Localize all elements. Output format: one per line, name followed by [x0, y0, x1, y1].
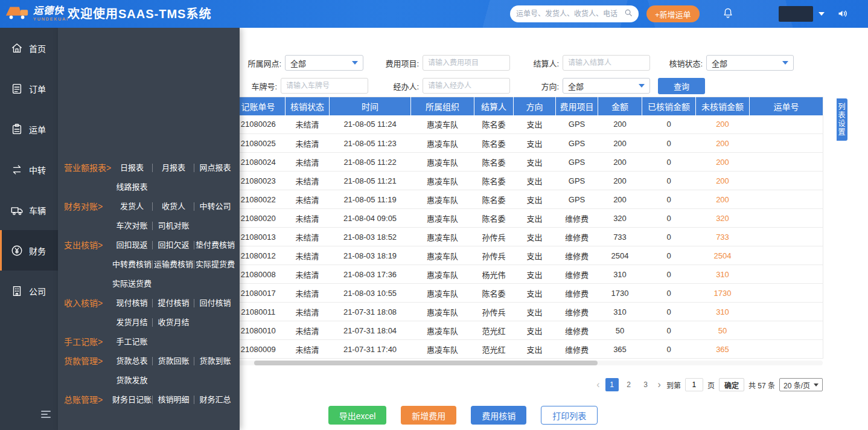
- sidebar-item-transfer[interactable]: 中转: [0, 149, 58, 190]
- submenu-item[interactable]: 月报表: [153, 158, 194, 178]
- goto-confirm-button[interactable]: 确定: [719, 378, 744, 391]
- table-row[interactable]: 21080012未结清21-08-03 18:19惠凌车队孙传兵支出维修费250…: [231, 246, 823, 265]
- submenu-group-label[interactable]: 财务对账>: [58, 197, 111, 236]
- scrollbar-thumb[interactable]: [254, 361, 598, 365]
- submenu-item[interactable]: 车次对账: [111, 216, 153, 236]
- writeoff-status-select[interactable]: 全部: [706, 55, 794, 71]
- submenu-item[interactable]: 回扣现返: [111, 236, 153, 255]
- site-select[interactable]: 全部: [285, 55, 363, 71]
- page-number-button[interactable]: 2: [622, 378, 636, 391]
- submenu-group-label[interactable]: 支出核销>: [58, 236, 111, 294]
- table-cell: 未结清: [286, 284, 330, 303]
- submenu-item[interactable]: 中转公司: [194, 197, 236, 216]
- table-cell: [750, 190, 823, 209]
- topbar-dark-panel[interactable]: [779, 6, 813, 22]
- list-settings-tab[interactable]: 列表设置: [837, 98, 847, 141]
- submenu-item[interactable]: 实际提货费: [194, 255, 236, 274]
- submenu-item[interactable]: 运输费核销: [153, 255, 194, 274]
- settler-input[interactable]: [563, 55, 650, 71]
- submenu-group-label[interactable]: 收入核销>: [58, 294, 111, 332]
- submenu-item[interactable]: 网点报表: [194, 158, 236, 178]
- table-cell: 21-08-03 10:55: [330, 284, 411, 303]
- table-row[interactable]: 21080011未结清21-07-31 18:08惠凌车队孙传兵支出维修费310…: [231, 303, 823, 321]
- submenu-item[interactable]: 货款到账: [194, 351, 236, 371]
- topbar-dropdown[interactable]: [779, 6, 825, 22]
- page-number-button[interactable]: 3: [639, 378, 653, 391]
- speaker-icon[interactable]: [837, 7, 849, 22]
- table-row[interactable]: 21080022未结清21-08-05 11:19惠凌车队陈名委支出GPS200…: [231, 190, 823, 209]
- sidebar-item-label: 财务: [29, 245, 46, 257]
- table-cell: 支出: [514, 265, 556, 284]
- submenu-item[interactable]: 垫付费核销: [194, 236, 236, 255]
- table-row[interactable]: 21080024未结清21-08-05 11:22惠凌车队陈名委支出GPS200…: [231, 153, 823, 172]
- table-row[interactable]: 21080008未结清21-08-03 17:36惠凌车队杨光伟支出维修费310…: [231, 265, 823, 284]
- export-excel-button[interactable]: 导出excel: [328, 406, 387, 425]
- direction-select[interactable]: 全部: [563, 78, 650, 94]
- submenu-group-label[interactable]: 手工记账>: [58, 332, 111, 351]
- table-header-row: 记账单号核销状态时间所属组织结算人方向费用项目金额已核销金额未核销金额运单号: [231, 97, 823, 115]
- submenu-item[interactable]: 日报表: [111, 158, 153, 178]
- table-cell: 21-08-05 11:21: [330, 172, 411, 190]
- submenu-item[interactable]: 司机对账: [153, 216, 194, 236]
- search-input[interactable]: [516, 10, 624, 18]
- submenu-item[interactable]: 中转费核销: [111, 255, 153, 274]
- table-cell: 733: [696, 228, 750, 246]
- next-page-icon[interactable]: ›: [657, 378, 662, 391]
- agent-input[interactable]: [423, 78, 510, 94]
- fee-item-input[interactable]: [423, 55, 510, 71]
- submenu-item[interactable]: 货款发放: [111, 371, 153, 390]
- table-row[interactable]: 21080010未结清21-07-31 18:04惠凌车队范光红支出维修费500…: [231, 321, 823, 340]
- submenu-item[interactable]: 收货人: [153, 197, 194, 216]
- submenu-item[interactable]: 实际送货费: [111, 274, 153, 294]
- table-row[interactable]: 21080013未结清21-08-03 18:52惠凌车队孙传兵支出维修费733…: [231, 228, 823, 246]
- table-row[interactable]: 21080025未结清21-08-05 11:23惠凌车队陈名委支出GPS200…: [231, 134, 823, 153]
- submenu-item[interactable]: 提付核销: [153, 294, 194, 313]
- table-cell: [750, 115, 823, 134]
- table-row[interactable]: 21080020未结清21-08-04 09:05惠凌车队陈名委支出维修费320…: [231, 209, 823, 228]
- table-row[interactable]: 21080017未结清21-08-03 10:55惠凌车队陈名委支出维修费173…: [231, 284, 823, 303]
- sidebar-item-waybill[interactable]: 运单: [0, 109, 58, 149]
- table-cell: 未结清: [286, 209, 330, 228]
- submenu-item[interactable]: 货款回账: [153, 351, 194, 371]
- search-icon[interactable]: [624, 8, 633, 19]
- sidebar-item-vehicle[interactable]: 车辆: [0, 190, 58, 230]
- query-button[interactable]: 查询: [658, 78, 705, 94]
- submenu-item[interactable]: 财务日记账: [111, 390, 153, 409]
- submenu-group-label[interactable]: 营业额报表>: [58, 158, 111, 197]
- submenu-item[interactable]: 手工记账: [111, 332, 153, 351]
- goto-page-input[interactable]: [685, 378, 703, 391]
- submenu-item[interactable]: 发货人: [111, 197, 153, 216]
- page-number-button[interactable]: 1: [605, 378, 619, 391]
- add-fee-button[interactable]: 新增费用: [401, 406, 456, 425]
- sidebar-item-home[interactable]: 首页: [0, 28, 58, 68]
- prev-page-icon[interactable]: ‹: [595, 378, 601, 391]
- submenu-item[interactable]: 核销明细: [153, 390, 194, 409]
- submenu-item[interactable]: 现付核销: [111, 294, 153, 313]
- table-row[interactable]: 21080023未结清21-08-05 11:21惠凌车队陈名委支出GPS200…: [231, 172, 823, 190]
- horizontal-scrollbar: [231, 361, 823, 365]
- table-row[interactable]: 21080009未结清21-07-31 17:40惠凌车队范光红支出维修费365…: [231, 340, 823, 359]
- notification-bell-icon[interactable]: [722, 7, 734, 22]
- fee-writeoff-button[interactable]: 费用核销: [471, 406, 526, 425]
- submenu-item[interactable]: 货款总表: [111, 351, 153, 371]
- print-list-button[interactable]: 打印列表: [541, 406, 598, 425]
- submenu-item[interactable]: 回付核销: [194, 294, 236, 313]
- submenu-group-label[interactable]: 货款管理>: [58, 351, 111, 390]
- new-waybill-button[interactable]: +新增运单: [646, 5, 700, 22]
- table-cell: 惠凌车队: [411, 303, 474, 321]
- submenu-item[interactable]: 发货月结: [111, 313, 153, 332]
- submenu-item[interactable]: 财务汇总: [194, 390, 236, 409]
- sidebar-item-order[interactable]: 订单: [0, 68, 58, 109]
- table-row[interactable]: 21080026未结清21-08-05 11:24惠凌车队陈名委支出GPS200…: [231, 115, 823, 134]
- submenu-item[interactable]: 回扣欠返: [153, 236, 194, 255]
- plate-input[interactable]: [281, 78, 368, 94]
- table-cell: 21-08-05 11:19: [330, 190, 411, 209]
- collapse-icon[interactable]: [41, 411, 51, 418]
- submenu-group-label[interactable]: 总账管理>: [58, 390, 111, 409]
- page-size-select[interactable]: 20 条/页: [779, 378, 823, 391]
- submenu-item[interactable]: 收货月结: [153, 313, 194, 332]
- table-cell: 惠凌车队: [411, 246, 474, 265]
- sidebar-item-company[interactable]: 公司: [0, 271, 58, 311]
- sidebar-item-finance[interactable]: 财务: [0, 230, 58, 271]
- submenu-item[interactable]: 线路报表: [111, 178, 153, 197]
